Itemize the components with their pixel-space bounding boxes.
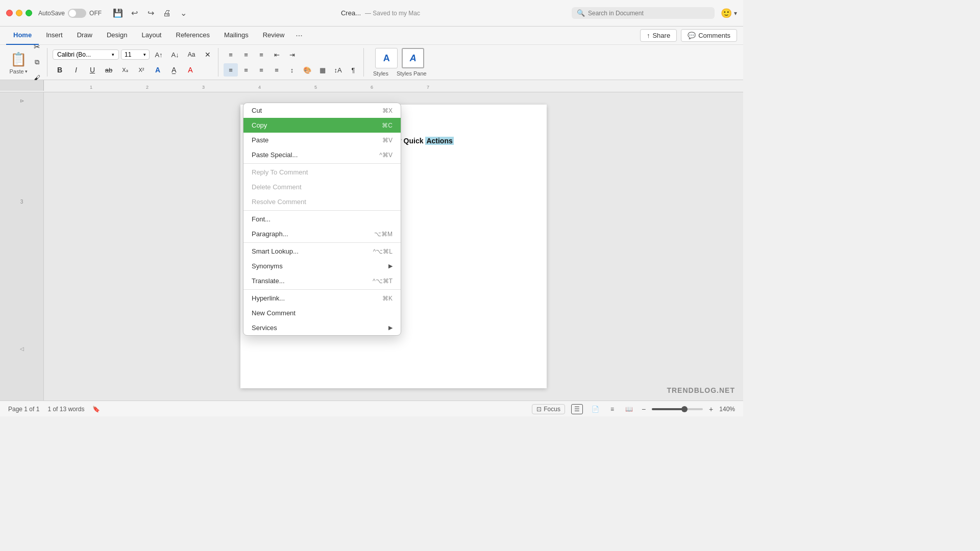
ctx-new-comment[interactable]: New Comment [243, 306, 401, 320]
numbered-list-button[interactable]: ≡ [239, 48, 253, 61]
comments-button[interactable]: 💬 Comments [681, 29, 737, 42]
superscript-button[interactable]: X² [134, 63, 149, 77]
ctx-divider-3 [243, 242, 401, 243]
search-bar[interactable]: 🔍 [572, 7, 715, 19]
borders-button[interactable]: ▦ [315, 63, 330, 77]
font-size-dropdown[interactable]: 11 ▾ [121, 49, 150, 60]
close-button[interactable] [6, 10, 13, 16]
view-outline-button[interactable]: ≡ [608, 405, 617, 414]
font-color-A-button[interactable]: A [151, 63, 165, 77]
highlight-button[interactable]: A̲ [167, 63, 181, 77]
tab-mailings[interactable]: Mailings [217, 27, 256, 45]
tab-references[interactable]: References [169, 27, 217, 45]
doc-highlighted-word: Actions [425, 137, 453, 145]
align-right-button[interactable]: ≡ [254, 63, 268, 77]
more-tabs-icon[interactable]: ··· [291, 31, 306, 40]
font-group: Calibri (Bo... ▾ 11 ▾ A↑ A↓ Aa ✕ B I U a… [50, 48, 218, 77]
italic-button[interactable]: I [69, 63, 83, 77]
sort-button[interactable]: ↕A [331, 63, 345, 77]
ctx-paste-special[interactable]: Paste Special... ^⌘V [243, 147, 401, 162]
view-normal-button[interactable]: ☰ [571, 404, 583, 414]
statusbar-right: ⊡ Focus ☰ 📄 ≡ 📖 − + 140% [532, 404, 735, 414]
more-icon[interactable]: ⌄ [177, 7, 189, 19]
ctx-hyperlink[interactable]: Hyperlink... ⌘K [243, 291, 401, 306]
bold-button[interactable]: B [53, 63, 67, 77]
shading-button[interactable]: 🎨 [300, 63, 314, 77]
ribbon-actions: ↑ Share 💬 Comments [640, 29, 737, 42]
ruler-handle: ⊳ [18, 96, 26, 105]
change-case-button[interactable]: Aa [184, 48, 199, 61]
underline-button[interactable]: U [85, 63, 100, 77]
ctx-paste[interactable]: Paste ⌘V [243, 133, 401, 147]
redo-icon[interactable]: ↪ [144, 7, 157, 19]
clear-format-button[interactable]: ✕ [201, 48, 215, 61]
increase-indent-button[interactable]: ⇥ [285, 48, 299, 61]
view-read-button[interactable]: 📖 [623, 405, 635, 414]
styles-button[interactable]: A [375, 48, 398, 68]
fullscreen-button[interactable] [26, 10, 32, 16]
ctx-paste-special-shortcut: ^⌘V [379, 152, 393, 159]
ctx-cut[interactable]: Cut ⌘X [243, 103, 401, 118]
ctx-smart-lookup[interactable]: Smart Lookup... ^⌥⌘L [243, 244, 401, 259]
tab-review[interactable]: Review [256, 27, 292, 45]
align-left-button[interactable]: ≡ [224, 63, 238, 77]
ctx-copy[interactable]: Copy ⌘C [243, 118, 401, 133]
justify-button[interactable]: ≡ [270, 63, 284, 77]
ctx-hyperlink-label: Hyperlink... [252, 294, 285, 302]
traffic-lights [6, 10, 32, 16]
multilevel-list-button[interactable]: ≡ [254, 48, 268, 61]
styles-pane-button[interactable]: A [402, 48, 424, 68]
ctx-paragraph[interactable]: Paragraph... ⌥⌘M [243, 227, 401, 241]
tab-design[interactable]: Design [100, 27, 134, 45]
decrease-font-button[interactable]: A↓ [168, 48, 182, 61]
font-color-button[interactable]: A [183, 63, 198, 77]
autosave-toggle[interactable] [68, 9, 86, 18]
decrease-indent-button[interactable]: ⇤ [270, 48, 284, 61]
styles-group: A A Styles Styles Pane [366, 48, 434, 77]
comments-icon: 💬 [688, 32, 696, 39]
ctx-translate-shortcut: ^⌥⌘T [373, 278, 393, 285]
autosave-label: AutoSave [38, 10, 65, 17]
ruler-left-margin [0, 80, 44, 91]
view-print-button[interactable]: 📄 [589, 405, 602, 414]
font-family-dropdown[interactable]: Calibri (Bo... ▾ [53, 49, 119, 60]
ruler-tick-1: 1 [90, 85, 92, 90]
zoom-minus-button[interactable]: − [642, 405, 646, 413]
tab-layout[interactable]: Layout [134, 27, 168, 45]
line-spacing-button[interactable]: ↕ [285, 63, 299, 77]
align-center-button[interactable]: ≡ [239, 63, 253, 77]
bookmark-icon[interactable]: 🔖 [92, 406, 100, 413]
ctx-synonyms[interactable]: Synonyms ▶ [243, 259, 401, 273]
copy-button[interactable]: ⧉ [30, 56, 44, 69]
ctx-translate[interactable]: Translate... ^⌥⌘T [243, 273, 401, 288]
bullets-button[interactable]: ≡ [224, 48, 238, 61]
ctx-paste-shortcut: ⌘V [382, 137, 393, 144]
comments-label: Comments [698, 32, 730, 39]
tab-draw[interactable]: Draw [70, 27, 100, 45]
zoom-slider[interactable] [652, 408, 703, 410]
zoom-plus-button[interactable]: + [709, 405, 713, 413]
print-icon[interactable]: 🖨 [161, 7, 173, 19]
focus-button[interactable]: ⊡ Focus [532, 404, 565, 414]
ctx-resolve-comment: Resolve Comment [243, 194, 401, 209]
search-input[interactable] [588, 10, 690, 17]
styles-label: Styles [373, 70, 388, 77]
paste-dropdown-icon[interactable]: ▾ [25, 69, 28, 74]
main-area: ⊳ 3 ◁ How to create your own Mac Finder … [0, 92, 743, 400]
user-icon[interactable]: 🙂 ▾ [721, 8, 737, 19]
undo-icon[interactable]: ↩ [128, 7, 140, 19]
strikethrough-button[interactable]: ab [102, 63, 116, 77]
show-hide-button[interactable]: ¶ [346, 63, 360, 77]
document-area[interactable]: How to create your own Mac Finder Quick … [44, 92, 743, 400]
minimize-button[interactable] [16, 10, 22, 16]
subscript-button[interactable]: X₂ [118, 63, 132, 77]
chevron-down-icon: ▾ [734, 10, 737, 17]
share-button[interactable]: ↑ Share [640, 29, 677, 42]
save-icon[interactable]: 💾 [112, 7, 124, 19]
paste-button[interactable]: 📋 [9, 50, 28, 68]
ctx-font[interactable]: Font... [243, 212, 401, 227]
increase-font-button[interactable]: A↑ [152, 48, 166, 61]
page-info: Page 1 of 1 [8, 406, 39, 413]
ctx-services[interactable]: Services ▶ [243, 320, 401, 335]
cut-button[interactable]: ✂ [30, 40, 44, 54]
